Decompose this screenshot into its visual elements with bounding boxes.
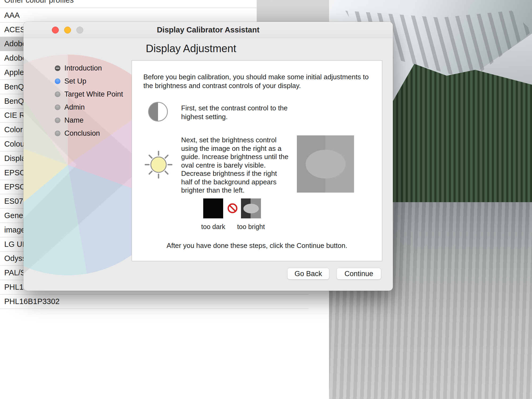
profile-label: Displa: [4, 154, 26, 163]
go-back-button[interactable]: Go Back: [287, 268, 329, 280]
brightness-test-image: [297, 135, 354, 193]
titlebar: Display Calibrator Assistant: [23, 22, 393, 38]
profile-label: Odyss: [4, 254, 26, 263]
prohibited-icon: [227, 203, 238, 214]
profile-label: Apple: [4, 68, 24, 77]
test-image-oval: [306, 150, 346, 178]
step-bullet-icon: [55, 131, 60, 136]
minimize-button[interactable]: [64, 27, 71, 34]
step-bullet-icon: [55, 105, 60, 110]
brightness-sun-icon: [145, 151, 172, 178]
profiles-section-header: Other colour profiles: [4, 0, 74, 5]
step-label: Set Up: [64, 77, 86, 85]
profile-label: Color: [4, 125, 23, 134]
display-calibrator-window: Display Calibrator Assistant Display Adj…: [23, 22, 393, 291]
intro-text: Before you begin calibration, you should…: [143, 73, 372, 90]
step-item: Admin: [55, 101, 123, 114]
continue-button[interactable]: Continue: [336, 268, 381, 280]
profile-label: ACES: [4, 25, 25, 34]
step-bullet-icon: [55, 65, 60, 71]
step-bullet-icon: [55, 92, 60, 97]
step-label: Introduction: [64, 64, 102, 72]
profile-label: image: [4, 226, 25, 234]
profile-label: PAL/S: [4, 268, 26, 277]
brightness-examples: too dark too bright: [132, 198, 382, 238]
profile-label: Gener: [4, 211, 26, 220]
too-bright-label: too bright: [228, 223, 274, 231]
profile-label: ES07: [4, 197, 23, 206]
too-bright-image: [241, 198, 261, 218]
step-item: Introduction: [55, 62, 123, 75]
footer-instruction: After you have done these steps, click t…: [132, 242, 382, 250]
profile-label: EPSO: [4, 168, 26, 177]
profile-label: EPSO: [4, 182, 26, 191]
profile-label: PHL16B1P3302: [4, 297, 60, 306]
traffic-lights: [52, 27, 83, 34]
step-label: Name: [64, 116, 84, 124]
profile-label: BenQ: [4, 82, 24, 91]
profile-row[interactable]: PHL16B1P3302: [0, 294, 309, 309]
step-label: Conclusion: [64, 129, 100, 138]
zoom-button[interactable]: [76, 27, 83, 34]
step-label: Target White Point: [64, 90, 123, 98]
screen: Other colour profiles AAAACESAdobeAdobeA…: [0, 0, 532, 399]
step-bullet-icon: [55, 78, 60, 84]
step-label: Admin: [64, 103, 85, 111]
step-item: Set Up: [55, 75, 123, 88]
profile-label: BenQ: [4, 97, 24, 106]
content-panel: Before you begin calibration, you should…: [132, 60, 382, 261]
too-dark-image: [203, 198, 223, 218]
profile-label: Colou: [4, 140, 24, 148]
profile-label: CIE R: [4, 111, 25, 120]
close-button[interactable]: [52, 27, 59, 34]
contrast-icon: [148, 102, 168, 122]
step-item: Conclusion: [55, 127, 123, 140]
step-item: Name: [55, 114, 123, 127]
step-item: Target White Point: [55, 88, 123, 101]
page-title: Display Adjustment: [146, 43, 236, 55]
step-bullet-icon: [55, 118, 60, 123]
contrast-instruction: First, set the contrast control to the h…: [181, 104, 290, 121]
brightness-instruction: Next, set the brightness control using t…: [181, 136, 289, 195]
steps-list: IntroductionSet UpTarget White PointAdmi…: [55, 62, 123, 140]
too-bright-oval: [243, 204, 259, 213]
profile-label: AAA: [4, 11, 20, 20]
